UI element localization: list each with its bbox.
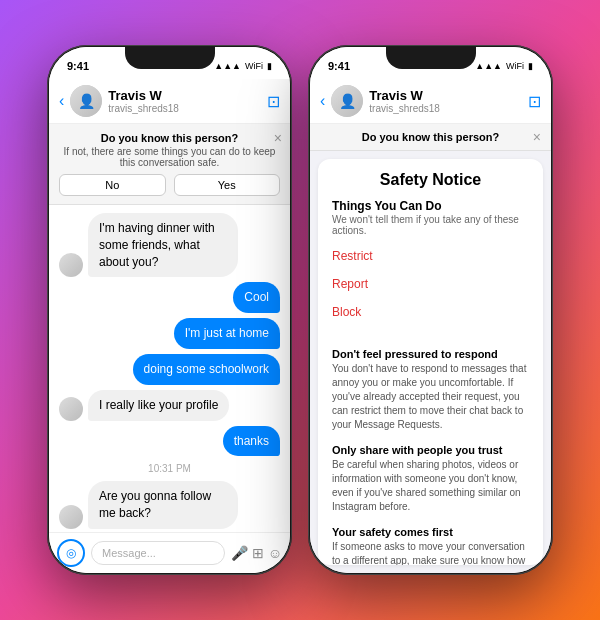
header-info-right: Travis W travis_shreds18	[369, 88, 522, 115]
status-icons-right: ▲▲▲ WiFi ▮	[475, 61, 533, 71]
only-share-text: Be careful when sharing photos, videos o…	[332, 458, 529, 514]
msg-bubble-incoming: I'm having dinner with some friends, wha…	[88, 213, 238, 277]
dont-respond-section: Don't feel pressured to respond You don'…	[332, 348, 529, 432]
only-share-section: Only share with people you trust Be care…	[332, 444, 529, 514]
signal-icon: ▲▲▲	[475, 61, 502, 71]
msg-bubble-outgoing: I'm just at home	[174, 318, 280, 349]
contact-username-left: travis_shreds18	[108, 103, 261, 114]
wifi-icon: WiFi	[506, 61, 524, 71]
message-input-bar: ◎ Message... 🎤 ⊞ ☺	[49, 532, 290, 573]
msg-bubble-incoming: I really like your profile	[88, 390, 229, 421]
safety-first-text: If someone asks to move your conversatio…	[332, 540, 529, 565]
wifi-icon: WiFi	[245, 61, 263, 71]
msg-bubble-incoming: Are you gonna follow me back?	[88, 481, 238, 529]
things-subtitle: We won't tell them if you take any of th…	[332, 214, 529, 236]
messages-list-left: I'm having dinner with some friends, wha…	[49, 205, 290, 532]
video-button-left[interactable]: ⊡	[267, 92, 280, 111]
contact-username-right: travis_shreds18	[369, 103, 522, 114]
table-row: I really like your profile	[59, 390, 280, 421]
close-know-bar[interactable]: ×	[533, 129, 541, 145]
yes-button[interactable]: Yes	[174, 174, 281, 196]
contact-name-right: Travis W	[369, 88, 522, 104]
chat-header-left: ‹ 👤 Travis W travis_shreds18 ⊡	[49, 79, 290, 124]
table-row: thanks	[59, 426, 280, 457]
dont-respond-text: You don't have to respond to messages th…	[332, 362, 529, 432]
avatar-sm	[59, 505, 83, 529]
header-info-left: Travis W travis_shreds18	[108, 88, 261, 115]
message-input[interactable]: Message...	[91, 541, 225, 565]
table-row: I'm just at home	[59, 318, 280, 349]
video-button-right[interactable]: ⊡	[528, 92, 541, 111]
signal-icon: ▲▲▲	[214, 61, 241, 71]
avatar-sm	[59, 253, 83, 277]
table-row: I'm having dinner with some friends, wha…	[59, 213, 280, 277]
contact-name-left: Travis W	[108, 88, 261, 104]
mic-icon[interactable]: 🎤	[231, 545, 248, 561]
safety-banner-buttons: No Yes	[59, 174, 280, 196]
avatar-image-right: 👤	[331, 85, 363, 117]
avatar-image-left: 👤	[70, 85, 102, 117]
input-icons: 🎤 ⊞ ☺	[231, 545, 282, 561]
timestamp: 10:31 PM	[59, 463, 280, 474]
table-row: doing some schoolwork	[59, 354, 280, 385]
table-row: Are you gonna follow me back?	[59, 481, 280, 529]
msg-bubble-outgoing: Cool	[233, 282, 280, 313]
status-time-left: 9:41	[67, 60, 89, 72]
back-button-right[interactable]: ‹	[320, 92, 325, 110]
camera-button[interactable]: ◎	[57, 539, 85, 567]
dont-respond-title: Don't feel pressured to respond	[332, 348, 529, 360]
notice-title: Safety Notice	[332, 171, 529, 189]
chat-header-right: ‹ 👤 Travis W travis_shreds18 ⊡	[310, 79, 551, 124]
safety-notice-panel: Safety Notice Things You Can Do We won't…	[318, 159, 543, 565]
status-icons-left: ▲▲▲ WiFi ▮	[214, 61, 272, 71]
gif-icon[interactable]: ⊞	[252, 545, 264, 561]
avatar-left: 👤	[70, 85, 102, 117]
safety-screen: Safety Notice Things You Can Do We won't…	[310, 151, 551, 573]
back-button-left[interactable]: ‹	[59, 92, 64, 110]
safety-first-section: Your safety comes first If someone asks …	[332, 526, 529, 565]
avatar-sm	[59, 397, 83, 421]
know-person-bar: Do you know this person? ×	[310, 124, 551, 151]
status-bar-left: 9:41 ▲▲▲ WiFi ▮	[49, 47, 290, 79]
close-banner-left[interactable]: ×	[274, 130, 282, 146]
only-share-title: Only share with people you trust	[332, 444, 529, 456]
status-bar-right: 9:41 ▲▲▲ WiFi ▮	[310, 47, 551, 79]
things-you-can-do-section: Things You Can Do We won't tell them if …	[332, 199, 529, 236]
left-phone: 9:41 ▲▲▲ WiFi ▮ ‹ 👤 Travis W travis_shre…	[47, 45, 292, 575]
report-link[interactable]: Report	[332, 274, 529, 294]
sticker-icon[interactable]: ☺	[268, 545, 282, 561]
know-person-text: Do you know this person?	[362, 131, 500, 143]
avatar-right: 👤	[331, 85, 363, 117]
battery-icon: ▮	[267, 61, 272, 71]
things-title: Things You Can Do	[332, 199, 529, 213]
status-time-right: 9:41	[328, 60, 350, 72]
safety-banner-subtitle: If not, there are some things you can do…	[59, 146, 280, 168]
block-link[interactable]: Block	[332, 302, 529, 322]
restrict-link[interactable]: Restrict	[332, 246, 529, 266]
msg-bubble-outgoing: doing some schoolwork	[133, 354, 280, 385]
table-row: Cool	[59, 282, 280, 313]
msg-bubble-outgoing: thanks	[223, 426, 280, 457]
no-button[interactable]: No	[59, 174, 166, 196]
right-phone: 9:41 ▲▲▲ WiFi ▮ ‹ 👤 Travis W travis_shre…	[308, 45, 553, 575]
battery-icon: ▮	[528, 61, 533, 71]
safety-first-title: Your safety comes first	[332, 526, 529, 538]
safety-banner-title: Do you know this person?	[59, 132, 280, 144]
safety-banner-left: × Do you know this person? If not, there…	[49, 124, 290, 205]
